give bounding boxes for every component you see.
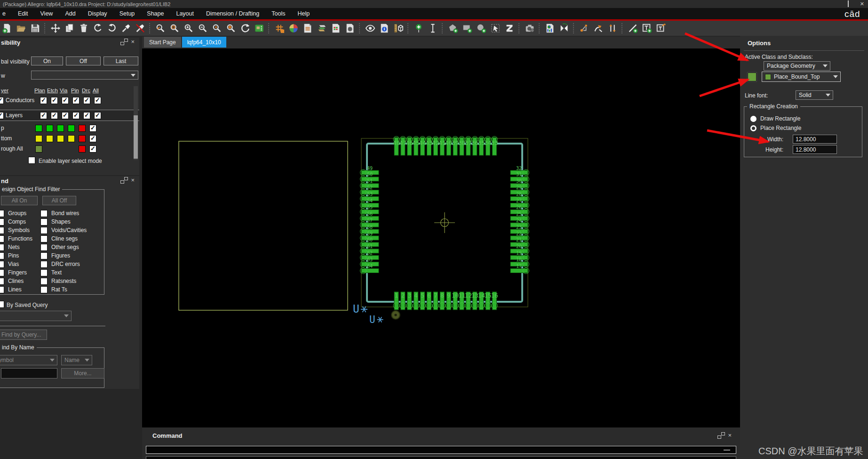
toolbar-edit-boundary-button[interactable] (503, 22, 516, 35)
layer-color-swatch-yellow[interactable] (57, 135, 64, 142)
scrollbar-thumb[interactable] (134, 115, 138, 159)
visibility-checkbox[interactable] (89, 145, 96, 153)
column-header-all[interactable]: All (93, 88, 99, 93)
subclass-color-swatch[interactable] (748, 72, 757, 81)
more-button[interactable]: More... (61, 368, 104, 378)
toolbar-reports-button[interactable] (329, 22, 342, 35)
toolbar-add-pin-button[interactable] (412, 22, 425, 35)
find-filter-checkbox[interactable] (40, 261, 48, 268)
layer-color-swatch-green[interactable] (68, 125, 75, 132)
enable-layer-select-checkbox[interactable] (28, 157, 35, 164)
width-input[interactable]: 12.8000 (793, 135, 837, 144)
subclass-dropdown[interactable]: Place_Bound_Top (762, 72, 841, 82)
visibility-checkbox[interactable] (83, 97, 90, 104)
tab-start-page[interactable]: Start Page (144, 37, 181, 48)
find-filter-checkbox[interactable] (0, 261, 4, 268)
visibility-checkbox[interactable] (51, 97, 58, 104)
toolbar-select-shape-button[interactable] (489, 22, 502, 35)
toolbar-color-dialog-button[interactable] (287, 22, 300, 35)
row-checkbox[interactable] (0, 97, 4, 104)
class-dropdown[interactable]: Package Geometry (764, 61, 830, 71)
toolbar-view-options-button[interactable] (364, 22, 376, 35)
toolbar-add-polygon-button[interactable] (446, 22, 459, 35)
find-by-query-button[interactable]: Find by Query... (0, 330, 47, 340)
toolbar-shape-layers-button[interactable] (315, 22, 328, 35)
toolbar-move-button[interactable] (49, 22, 62, 35)
layer-color-swatch-green[interactable] (46, 125, 53, 132)
place-rectangle-radio[interactable] (750, 125, 757, 131)
toolbar-zoom-previous-button[interactable] (210, 22, 223, 35)
toolbar-undo-button[interactable] (91, 22, 104, 35)
find-filter-checkbox[interactable] (0, 252, 4, 259)
toolbar-redraw-button[interactable] (239, 22, 251, 35)
layer-color-swatch-green[interactable] (57, 125, 64, 132)
menu-item-layout[interactable]: Layout (176, 10, 194, 17)
find-filter-checkbox[interactable] (40, 269, 48, 276)
find-filter-checkbox[interactable] (0, 235, 4, 242)
visibility-close-icon[interactable]: × (131, 40, 135, 44)
toolbar-slide-button[interactable] (592, 22, 605, 35)
find-filter-checkbox[interactable] (0, 269, 4, 276)
find-filter-checkbox[interactable] (0, 244, 4, 251)
toolbar-add-text-button[interactable] (640, 22, 653, 35)
toolbar-measure-button[interactable] (392, 22, 405, 35)
visibility-checkbox[interactable] (89, 125, 96, 132)
design-canvas[interactable]: 4932481503147251304635229454532844554274… (142, 48, 740, 427)
toolbar-add-rectangle-button[interactable] (461, 22, 473, 35)
find-filter-checkbox[interactable] (40, 244, 48, 251)
toolbar-3d-view-button[interactable] (253, 22, 265, 35)
menu-item-help[interactable]: Help (297, 10, 310, 17)
menu-item-setup[interactable]: Setup (119, 10, 135, 17)
find-filter-checkbox[interactable] (40, 286, 48, 293)
visibility-checkbox[interactable] (40, 97, 47, 104)
toolbar-edit-text-button[interactable] (654, 22, 667, 35)
column-header-drc[interactable]: Drc (82, 88, 90, 93)
name-mode-dropdown[interactable]: Name (61, 355, 92, 365)
toolbar-redo-button[interactable] (105, 22, 118, 35)
visibility-checkbox[interactable] (83, 112, 90, 119)
command-input-line-2[interactable] (146, 456, 736, 459)
column-header-pin[interactable]: Pin (71, 88, 79, 93)
toolbar-snapshot-button[interactable] (523, 22, 536, 35)
find-filter-checkbox[interactable] (40, 218, 48, 225)
column-header-via[interactable]: Via (60, 88, 67, 93)
toolbar-save-button[interactable] (29, 22, 41, 35)
menu-item-display[interactable]: Display (88, 10, 107, 17)
toolbar-spread-between-button[interactable] (606, 22, 619, 35)
visibility-checkbox[interactable] (62, 97, 69, 104)
toolbar-zoom-fit-button[interactable] (168, 22, 181, 35)
find-filter-checkbox[interactable] (40, 210, 48, 217)
row-checkbox[interactable] (0, 112, 4, 119)
all-off-button[interactable]: All Off (42, 196, 76, 205)
command-close-icon[interactable]: × (728, 433, 732, 438)
find-filter-checkbox[interactable] (40, 227, 48, 234)
layer-color-swatch-red[interactable] (79, 125, 86, 132)
tab-lqfp64-10x10[interactable]: lqfp64_10x10 (182, 37, 226, 48)
toolbar-add-line-button[interactable] (626, 22, 639, 35)
toolbar-export-report-button[interactable] (543, 22, 556, 35)
window-maximize-button[interactable] (848, 0, 849, 8)
toolbar-zoom-in-button[interactable] (182, 22, 195, 35)
visibility-scrollbar[interactable] (134, 86, 138, 160)
layer-color-swatch-yellow[interactable] (46, 135, 53, 142)
menu-item-edit[interactable]: Edit (18, 10, 28, 17)
find-filter-checkbox[interactable] (40, 235, 48, 242)
layer-color-swatch-olive[interactable] (35, 145, 42, 153)
toolbar-grid-toggle-button[interactable] (273, 22, 286, 35)
draw-rectangle-radio[interactable] (750, 116, 757, 122)
toolbar-new-drawing-button[interactable] (0, 22, 13, 35)
by-saved-query-checkbox[interactable] (0, 301, 4, 308)
global-on-button[interactable]: On (31, 56, 63, 65)
visibility-checkbox[interactable] (62, 112, 69, 119)
find-filter-checkbox[interactable] (0, 210, 4, 217)
height-input[interactable]: 12.8000 (793, 145, 837, 154)
menu-item-view[interactable]: View (40, 10, 53, 17)
column-header-plan[interactable]: Plan (34, 88, 45, 93)
menu-item-add[interactable]: Add (65, 10, 75, 17)
command-input-line[interactable] (146, 446, 736, 454)
layer-color-swatch-green[interactable] (35, 125, 42, 132)
global-last-button[interactable]: Last (104, 56, 138, 65)
saved-query-dropdown[interactable] (0, 311, 72, 321)
toolbar-add-circle-button[interactable] (475, 22, 487, 35)
toolbar-open-button[interactable] (15, 22, 27, 35)
